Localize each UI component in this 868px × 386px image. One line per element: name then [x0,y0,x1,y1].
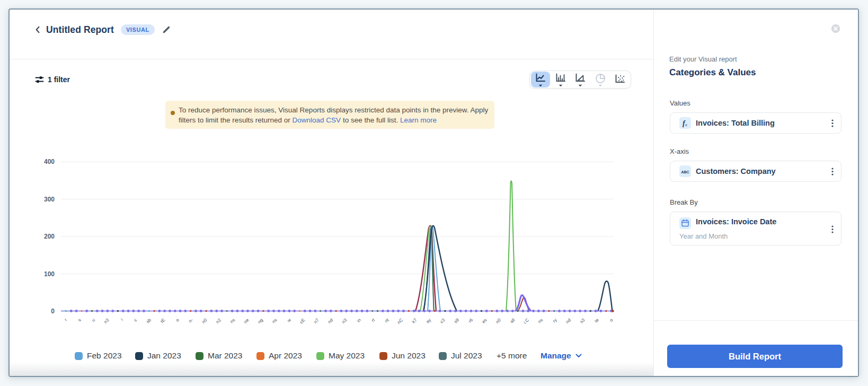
svg-text:r6: r6 [467,317,474,324]
svg-text:ne: ne [243,317,250,324]
svg-text:ay: ay [425,317,432,324]
svg-text:nC: nC [396,317,404,325]
svg-text:ns: ns [271,317,278,324]
svg-text:te: te [594,317,600,323]
svg-text:o: o [174,317,180,323]
svg-text:x: x [685,122,687,127]
svg-text:0: 0 [51,308,55,315]
svg-text:200: 200 [44,233,55,240]
svg-text:n2: n2 [215,317,222,324]
svg-text:n7: n7 [313,317,320,324]
svg-text:n-: n- [188,317,194,324]
svg-text:n3: n3 [341,317,348,324]
svg-text:s9: s9 [453,317,460,324]
svg-text:ng: ng [256,317,264,324]
svg-text:cE: cE [298,317,306,324]
svg-text:ns: ns [229,317,236,324]
svg-text:all: all [509,317,516,324]
svg-text:w: w [286,317,293,324]
svg-text:s3: s3 [579,317,586,324]
svg-text:sb: sb [145,317,152,324]
svg-text:nt: nt [384,317,391,324]
svg-text:ABC: ABC [681,170,689,174]
svg-text:nd: nd [326,317,334,324]
svg-text:s: s [77,317,82,322]
svg-text:c3: c3 [439,317,446,324]
svg-text:u: u [91,317,96,323]
svg-text:100: 100 [44,270,55,278]
svg-text:ns: ns [537,317,544,324]
svg-text:i.C: i.C [522,317,529,324]
svg-text:tE: tE [160,317,166,324]
svg-text:n0: n0 [201,317,208,324]
svg-text:nd: nd [564,317,572,324]
svg-text:c: c [132,317,138,323]
svg-text:i: i [120,317,124,321]
svg-text:r: r [63,317,68,322]
svg-text:ry: ry [552,317,559,324]
svg-text:400: 400 [44,158,55,165]
svg-text:rt: rt [370,317,376,323]
svg-text:k7: k7 [411,317,418,324]
svg-text:es: es [481,317,488,324]
svg-text:n3: n3 [103,317,110,324]
svg-text:300: 300 [44,196,55,203]
svg-text:o: o [608,317,614,323]
svg-text:in: in [356,317,362,323]
svg-text:n0: n0 [494,317,502,324]
